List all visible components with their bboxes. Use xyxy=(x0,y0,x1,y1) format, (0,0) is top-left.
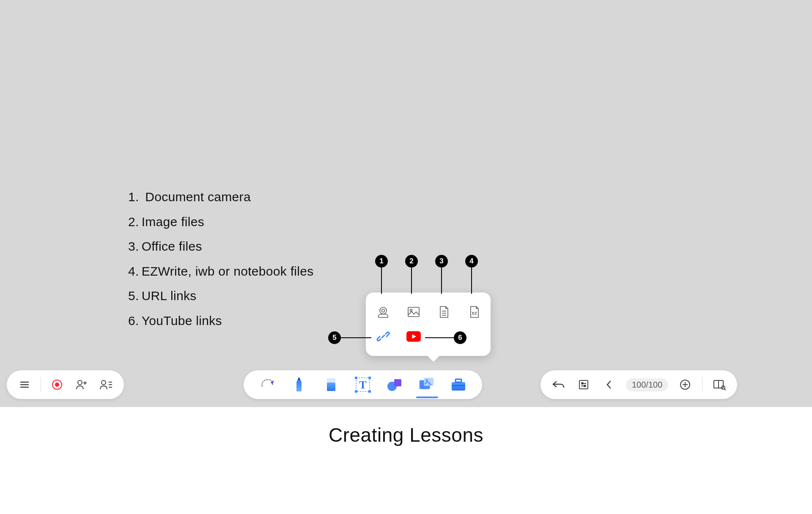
callout-line xyxy=(381,268,382,294)
undo-icon xyxy=(552,379,565,390)
image-icon xyxy=(406,305,421,319)
callout-badge-6: 6 xyxy=(454,331,466,344)
shapes-tool[interactable] xyxy=(386,376,403,393)
eraser-tool[interactable] xyxy=(323,376,340,393)
callout-line xyxy=(441,268,442,294)
settings-button[interactable] xyxy=(575,376,592,393)
svg-rect-26 xyxy=(368,377,371,379)
text-tool[interactable]: T xyxy=(354,376,371,393)
center-toolbar: T xyxy=(244,370,482,399)
document-camera-button[interactable] xyxy=(376,305,390,319)
legend-item-1: 1. Document camera xyxy=(128,185,314,210)
callout-line xyxy=(341,337,371,338)
svg-point-39 xyxy=(582,383,583,384)
record-icon xyxy=(51,379,63,391)
hamburger-icon xyxy=(19,379,30,391)
layout-search-icon xyxy=(713,379,726,391)
menu-button[interactable] xyxy=(16,376,33,393)
toolbox-icon xyxy=(450,377,467,392)
svg-rect-35 xyxy=(455,379,461,382)
left-toolbar xyxy=(7,370,124,399)
svg-point-14 xyxy=(78,380,82,385)
shapes-icon xyxy=(386,376,403,393)
document-icon xyxy=(437,305,451,319)
lasso-tool[interactable] xyxy=(259,376,276,393)
image-files-button[interactable] xyxy=(406,305,421,319)
svg-rect-21 xyxy=(327,378,335,383)
media-tool[interactable] xyxy=(418,376,435,393)
media-icon xyxy=(418,376,435,394)
svg-rect-25 xyxy=(355,377,357,379)
page-overview-button[interactable] xyxy=(711,376,728,393)
svg-rect-30 xyxy=(394,379,401,386)
callout-badge-5: 5 xyxy=(328,331,341,344)
svg-rect-34 xyxy=(452,382,465,391)
legend-item-4: 4.EZWrite, iwb or notebook files xyxy=(128,259,314,284)
chevron-left-icon xyxy=(605,379,613,391)
undo-button[interactable] xyxy=(550,376,567,393)
svg-point-41 xyxy=(584,385,586,387)
svg-text:EZ: EZ xyxy=(472,311,477,315)
user-list-icon xyxy=(99,379,113,391)
svg-point-17 xyxy=(102,380,106,385)
sliders-icon xyxy=(578,379,590,391)
callout-badge-2: 2 xyxy=(405,255,418,268)
svg-point-13 xyxy=(55,383,59,387)
svg-rect-32 xyxy=(424,378,433,386)
svg-point-1 xyxy=(382,309,385,312)
prev-page-button[interactable] xyxy=(601,376,617,393)
divider xyxy=(702,377,702,392)
youtube-icon xyxy=(406,331,421,342)
caption: Creating Lessons xyxy=(0,424,812,446)
import-popup: EZ xyxy=(366,293,491,356)
link-icon xyxy=(376,329,390,344)
record-button[interactable] xyxy=(49,376,66,393)
legend-list: 1. Document camera 2.Image files 3.Offic… xyxy=(128,185,314,333)
callout-line xyxy=(425,337,454,338)
lasso-icon xyxy=(260,377,275,392)
youtube-link-button[interactable] xyxy=(406,329,421,344)
ez-file-icon: EZ xyxy=(467,305,482,319)
svg-point-0 xyxy=(380,307,387,314)
svg-rect-22 xyxy=(327,383,335,391)
svg-rect-2 xyxy=(408,307,419,317)
add-page-button[interactable] xyxy=(677,376,694,393)
divider xyxy=(41,377,41,392)
user-plus-icon xyxy=(75,379,88,391)
svg-rect-28 xyxy=(368,390,371,393)
text-icon: T xyxy=(354,376,371,393)
camera-icon xyxy=(376,305,390,319)
toolbox-tool[interactable] xyxy=(450,376,467,393)
svg-text:T: T xyxy=(359,379,366,391)
url-link-button[interactable] xyxy=(376,329,390,344)
callout-badge-1: 1 xyxy=(375,255,388,268)
right-toolbar: 100/100 xyxy=(540,370,737,399)
add-user-button[interactable] xyxy=(73,376,90,393)
svg-line-48 xyxy=(724,389,726,390)
ezwrite-files-button[interactable]: EZ xyxy=(467,305,482,319)
eraser-icon xyxy=(325,377,337,393)
pen-icon xyxy=(293,376,305,393)
svg-rect-37 xyxy=(579,380,588,389)
plus-circle-icon xyxy=(679,379,691,391)
legend-item-2: 2.Image files xyxy=(128,210,314,235)
office-files-button[interactable] xyxy=(437,305,451,319)
pen-tool[interactable] xyxy=(291,376,307,393)
legend-item-3: 3.Office files xyxy=(128,234,314,259)
callout-line xyxy=(411,268,412,294)
callout-badge-4: 4 xyxy=(465,255,478,268)
legend-item-6: 6.YouTube links xyxy=(128,309,314,334)
svg-point-3 xyxy=(410,309,412,312)
legend-item-5: 5.URL links xyxy=(128,284,314,309)
page-indicator[interactable]: 100/100 xyxy=(626,378,668,391)
callout-line xyxy=(471,268,472,294)
user-list-button[interactable] xyxy=(98,376,115,393)
svg-rect-27 xyxy=(355,390,357,393)
callout-badge-3: 3 xyxy=(435,255,448,268)
